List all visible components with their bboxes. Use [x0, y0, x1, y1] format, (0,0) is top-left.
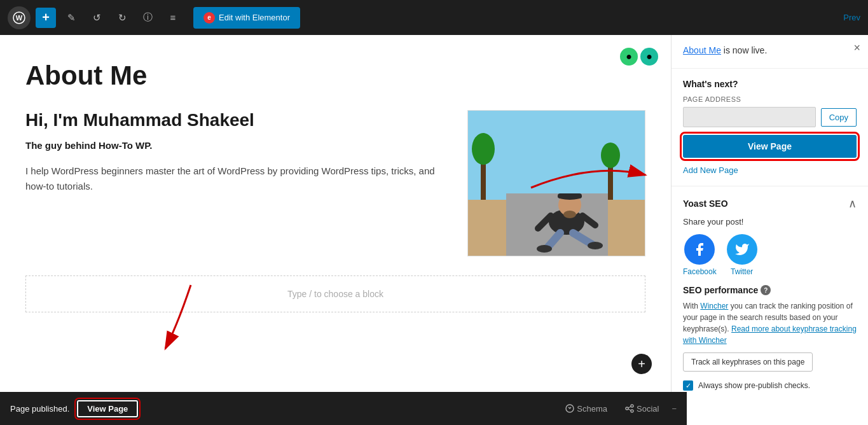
wordpress-logo[interactable]: W [8, 6, 31, 29]
published-text: Page published. [10, 404, 69, 414]
menu-button[interactable]: ≡ [163, 8, 183, 28]
content-subtitle: The guy behind How-To WP. [25, 138, 442, 153]
facebook-icon[interactable] [684, 234, 715, 265]
whats-next-title: What's next? [683, 79, 857, 89]
live-suffix: is now live. [721, 45, 767, 55]
svg-point-8 [601, 143, 620, 168]
page-title: About Me [25, 60, 645, 91]
view-page-button-bottom[interactable]: View Page [77, 400, 138, 417]
editor-avatars: ● ● [620, 48, 658, 66]
copy-button[interactable]: Copy [821, 108, 857, 127]
schema-tab[interactable]: Schema [560, 401, 612, 416]
collapse-icon[interactable]: − [672, 404, 677, 414]
svg-line-26 [628, 407, 631, 408]
yoast-section: Yoast SEO ∧ Share your post! Facebook [672, 186, 868, 401]
content-body: I help WordPress beginners master the ar… [25, 164, 442, 194]
svg-point-17 [537, 245, 552, 253]
page-address-input[interactable] [683, 107, 816, 127]
live-notice: About Me is now live. [683, 45, 857, 55]
edit-elementor-button[interactable]: e Edit with Elementor [193, 7, 300, 29]
svg-point-25 [631, 410, 633, 412]
add-block-toolbar-button[interactable]: + [36, 8, 56, 28]
seo-performance-header: SEO performance ? [683, 285, 857, 295]
facebook-label[interactable]: Facebook [683, 267, 717, 276]
svg-point-19 [563, 211, 576, 218]
editor-area: ● ● About Me Hi, I'm Muhammad Shakeel Th… [0, 35, 671, 425]
svg-point-18 [588, 242, 603, 249]
always-show-checkbox[interactable] [683, 380, 693, 391]
bottom-bar: Page published. View Page Schema Social … [0, 392, 687, 425]
always-show-label: Always show pre-publish checks. [698, 381, 810, 390]
social-icons-row: Facebook Twitter [683, 234, 857, 276]
svg-point-23 [631, 405, 633, 407]
seo-performance-label: SEO performance [683, 285, 758, 295]
view-page-button-panel[interactable]: View Page [683, 135, 857, 158]
wincher-link[interactable]: Wincher [700, 302, 728, 310]
social-tab[interactable]: Social [620, 401, 664, 416]
right-panel: × About Me is now live. What's next? PAG… [671, 35, 868, 425]
live-page-link[interactable]: About Me [683, 45, 721, 55]
schema-label: Schema [577, 404, 607, 414]
content-heading: Hi, I'm Muhammad Shakeel [25, 110, 442, 130]
elementor-icon: e [203, 12, 215, 24]
add-new-page-link[interactable]: Add New Page [683, 165, 738, 175]
always-show-row: Always show pre-publish checks. [683, 380, 857, 391]
twitter-wrap: Twitter [727, 234, 757, 276]
profile-image [467, 110, 645, 256]
info-button[interactable]: ⓘ [137, 8, 158, 28]
twitter-icon[interactable] [727, 234, 757, 265]
svg-point-24 [626, 407, 628, 410]
block-placeholder[interactable]: Type / to choose a block [25, 275, 645, 312]
yoast-collapse-icon[interactable]: ∧ [848, 197, 857, 211]
facebook-wrap: Facebook [683, 234, 717, 276]
yoast-header: Yoast SEO ∧ [683, 197, 857, 211]
add-block-icon: + [638, 357, 645, 372]
live-notice-section: About Me is now live. [672, 35, 868, 69]
svg-text:W: W [16, 14, 23, 22]
seo-help-icon[interactable]: ? [761, 285, 771, 295]
share-post-label: Share your post! [683, 217, 857, 226]
svg-line-27 [628, 409, 631, 410]
edit-elementor-label: Edit with Elementor [219, 13, 290, 22]
add-block-button[interactable]: + [631, 354, 652, 374]
avatar-teal: ● [640, 48, 658, 66]
social-label: Social [637, 404, 659, 414]
yoast-title: Yoast SEO [683, 199, 728, 209]
content-section: Hi, I'm Muhammad Shakeel The guy behind … [25, 110, 645, 256]
whats-next-section: What's next? PAGE ADDRESS Copy View Page… [672, 69, 868, 186]
undo-button[interactable]: ↺ [86, 8, 107, 28]
content-text: Hi, I'm Muhammad Shakeel The guy behind … [25, 110, 442, 256]
main-toolbar: W + ✎ ↺ ↻ ⓘ ≡ e Edit with Elementor Prev [0, 0, 868, 35]
page-address-row: Copy [683, 107, 857, 127]
svg-rect-12 [558, 193, 582, 199]
redo-button[interactable]: ↻ [112, 8, 132, 28]
page-address-label: PAGE ADDRESS [683, 95, 857, 103]
preview-link[interactable]: Prev [843, 13, 860, 22]
twitter-label[interactable]: Twitter [731, 267, 753, 276]
track-keyphrases-button[interactable]: Track all keyphrases on this page [683, 352, 813, 372]
avatar-green: ● [620, 48, 638, 66]
seo-description: With Wincher you can track the ranking p… [683, 300, 857, 346]
panel-close-button[interactable]: × [853, 41, 860, 55]
edit-pencil-button[interactable]: ✎ [61, 8, 81, 28]
seo-text-1: With [683, 302, 700, 310]
main-layout: ● ● About Me Hi, I'm Muhammad Shakeel Th… [0, 35, 868, 425]
svg-point-6 [472, 133, 495, 165]
